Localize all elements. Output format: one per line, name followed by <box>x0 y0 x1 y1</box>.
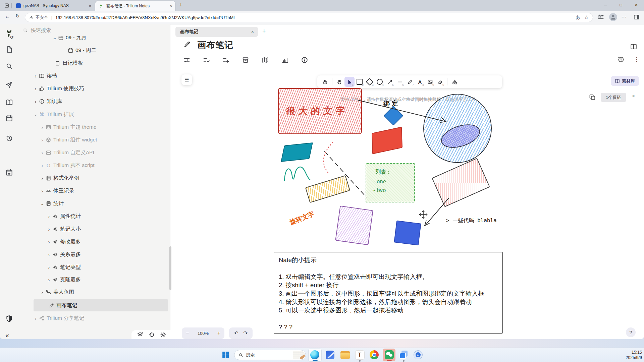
backlinks-badge[interactable]: 1个反链 <box>601 93 626 102</box>
tree-item[interactable]: › 读书 <box>19 70 168 82</box>
window-minimize-button[interactable]: ─ <box>598 0 613 10</box>
chevron-right-icon[interactable]: › <box>46 277 52 283</box>
edge-sidebar-icon[interactable] <box>633 14 640 20</box>
ribbon-file-properties-icon[interactable] <box>242 56 249 64</box>
search-highlight-thumbnail[interactable] <box>293 351 305 359</box>
start-button-icon[interactable] <box>221 351 230 359</box>
eraser-tool-icon[interactable]: 0 <box>435 77 445 87</box>
chevron-right-icon[interactable]: › <box>40 175 45 181</box>
scroll-to-active-note-icon[interactable] <box>149 331 155 338</box>
note-tab[interactable]: 画布笔记 × <box>175 27 258 37</box>
tree-item[interactable]: › 笔记类型 <box>19 261 168 273</box>
note-tab-close-icon[interactable]: × <box>251 29 254 35</box>
pink-hatched-rectangle[interactable] <box>432 158 490 207</box>
chevron-right-icon[interactable]: › <box>46 252 52 257</box>
tree-item[interactable]: › 笔记大小 <box>19 223 168 235</box>
ribbon-note-info-icon[interactable] <box>301 56 308 64</box>
tree-item[interactable]: › 关系最多 <box>19 248 168 260</box>
blue-diamond[interactable] <box>383 106 403 125</box>
taskbar-blue-app-icon[interactable] <box>325 350 335 360</box>
tree-item[interactable]: › { }Trilium 脚本 script <box>19 159 168 171</box>
tab-actions-icon[interactable] <box>4 3 10 8</box>
chevron-right-icon[interactable]: › <box>33 73 38 79</box>
tree-scrollbar[interactable] <box>169 246 171 290</box>
tree-item[interactable]: › 美人鱼图 <box>19 286 168 298</box>
sync-icon[interactable]: ⟳ <box>10 35 14 40</box>
back-icon[interactable]: ← <box>5 13 10 20</box>
ribbon-note-info-chart-icon[interactable] <box>281 56 289 64</box>
ribbon-basic-properties-icon[interactable] <box>183 56 191 64</box>
draw-tool-icon[interactable]: 7 <box>405 77 415 87</box>
chevron-right-icon[interactable]: › <box>46 239 52 245</box>
tab-close-icon[interactable]: × <box>170 4 172 9</box>
browser-tab-trilium[interactable]: 画布笔记 - Trilium Notes × <box>95 1 175 11</box>
hand-tool-icon[interactable] <box>334 77 344 87</box>
address-bar[interactable]: 不安全 | 192.168.6.138:8070/#root/JZDS6bA9a… <box>25 13 593 22</box>
taskbar-chrome-icon[interactable] <box>369 350 379 360</box>
chevron-right-icon[interactable]: › <box>40 124 45 130</box>
open-notes-icon[interactable] <box>5 99 13 106</box>
tree-item[interactable]: › Trilium 主题 theme <box>19 121 168 133</box>
note-revisions-icon[interactable] <box>617 56 625 63</box>
favorites-bar-icon[interactable] <box>598 14 604 20</box>
chevron-right-icon[interactable]: › <box>33 315 38 321</box>
translate-icon[interactable]: あ <box>576 14 580 20</box>
calendar-icon[interactable] <box>5 114 13 122</box>
chevron-right-icon[interactable]: › <box>33 99 38 104</box>
window-maximize-button[interactable]: □ <box>613 0 629 10</box>
zoom-out-button[interactable]: − <box>186 330 189 336</box>
tree-item[interactable]: › 克隆最多 <box>19 274 168 286</box>
big-text[interactable]: 很大的文字 <box>286 105 349 117</box>
selection-tool-icon[interactable]: 1 <box>344 77 355 87</box>
split-pane-icon[interactable] <box>630 43 637 50</box>
chevron-right-icon[interactable]: › <box>46 214 52 219</box>
chevron-right-icon[interactable]: › <box>40 289 45 295</box>
chevron-right-icon[interactable]: › <box>46 264 52 270</box>
ribbon-inherited-attributes-icon[interactable] <box>222 56 229 64</box>
ribbon-book-properties-icon[interactable] <box>262 56 269 64</box>
tree-item[interactable]: › 修改最多 <box>19 236 168 248</box>
list-item[interactable]: - two <box>373 187 386 193</box>
list-item[interactable]: - one <box>373 179 386 185</box>
taskbar-circular-blue-app-icon[interactable] <box>413 350 423 360</box>
tree-item[interactable]: ⌄ 统计 <box>19 197 168 209</box>
line-tool-icon[interactable]: 6 <box>395 77 405 87</box>
taskbar-overlapping-windows-app-icon[interactable] <box>398 350 409 360</box>
diamond-tool-icon[interactable]: 3 <box>365 77 375 87</box>
arrow-tool-icon[interactable]: 5 <box>385 77 395 87</box>
taskbar-wechat-icon[interactable] <box>384 350 394 360</box>
tree-item[interactable]: › 知识库 <box>19 95 168 107</box>
list-title[interactable]: 列表： <box>375 169 391 176</box>
chevron-right-icon[interactable]: › <box>40 188 45 194</box>
tree-item[interactable]: › 体重记录 <box>19 185 168 197</box>
lock-tool-icon[interactable] <box>320 77 330 87</box>
tree-item[interactable]: 09 - 周二 <box>19 44 168 56</box>
chevron-right-icon[interactable]: › <box>46 226 52 232</box>
new-note-icon[interactable] <box>5 46 13 53</box>
tree-item[interactable]: › Trilium 自定义API <box>19 146 168 159</box>
today-icon[interactable] <box>5 169 13 176</box>
help-button[interactable]: ? <box>626 327 636 337</box>
browser-menu-icon[interactable]: ⋯ <box>621 14 627 20</box>
image-tool-icon[interactable]: 9 <box>425 77 435 87</box>
red-hatched-rectangle[interactable]: 很大的文字 <box>278 88 362 134</box>
chevron-down-icon[interactable]: ⌄ <box>33 111 38 117</box>
avatar[interactable] <box>609 13 617 21</box>
undo-icon[interactable]: ↶ <box>234 330 238 336</box>
note-actions-kebab-icon[interactable]: ⋮ <box>634 56 640 63</box>
protected-session-icon[interactable] <box>5 315 13 322</box>
purple-hatched-square[interactable] <box>335 206 373 245</box>
rectangle-tool-icon[interactable]: 2 <box>355 77 365 87</box>
taskbar-clock[interactable]: 15:15 2025/9/9 <box>611 349 642 361</box>
search-icon[interactable] <box>5 62 13 70</box>
chevron-down-icon[interactable]: ⌄ <box>40 200 45 206</box>
tree-item[interactable]: ⌄ ⌘Trilium 扩展 <box>19 108 168 120</box>
yellow-hatched-rectangle[interactable] <box>305 175 351 203</box>
tree-item[interactable]: › 格式化举例 <box>19 172 168 184</box>
collapse-sidebar-icon[interactable]: « <box>5 331 9 339</box>
browser-tab-synology[interactable]: geziNAS - Synology NAS × <box>13 1 94 10</box>
tree-item[interactable]: › Trilium 分享笔记 <box>19 312 168 324</box>
library-button[interactable]: 素材库 <box>611 76 639 86</box>
bookmark-star-icon[interactable]: ☆ <box>584 14 589 20</box>
copy-reference-icon[interactable] <box>589 94 596 101</box>
